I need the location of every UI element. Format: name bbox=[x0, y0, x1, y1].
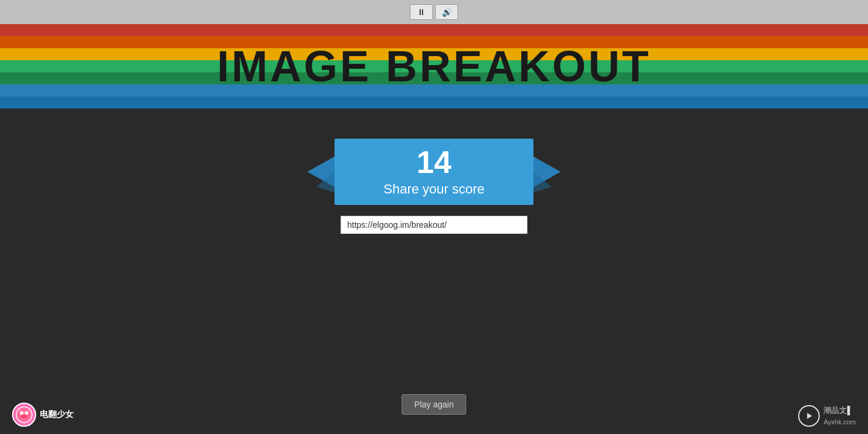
right-brand-text: 潮品文▌ Ayxhk.com bbox=[823, 404, 856, 427]
left-logo-text: 电翻少女 bbox=[40, 409, 74, 420]
right-brand: 潮品文▌ bbox=[823, 406, 852, 415]
play-icon bbox=[804, 411, 814, 421]
play-again-button[interactable]: Play again bbox=[401, 394, 466, 415]
toolbar: ⏸ 🔊 bbox=[0, 0, 868, 24]
svg-point-7 bbox=[21, 415, 27, 418]
url-input-container bbox=[341, 216, 527, 234]
game-title: IMAGE BREAKOUT bbox=[0, 24, 868, 108]
score-number: 14 bbox=[417, 146, 451, 178]
ribbon-container: 14 Share your score bbox=[307, 133, 561, 211]
right-site: Ayxhk.com bbox=[823, 418, 856, 426]
svg-point-6 bbox=[25, 411, 28, 415]
bottom-right-logo: 潮品文▌ Ayxhk.com bbox=[798, 404, 856, 427]
svg-marker-8 bbox=[807, 413, 812, 419]
logo-icon bbox=[12, 403, 36, 427]
share-url-input[interactable] bbox=[341, 216, 527, 234]
score-label: Share your score bbox=[383, 181, 485, 197]
play-circle-icon bbox=[798, 405, 820, 427]
bottom-left-logo: 电翻少女 bbox=[12, 403, 74, 427]
rainbow-header: IMAGE BREAKOUT bbox=[0, 24, 868, 108]
sound-button[interactable]: 🔊 bbox=[435, 4, 458, 20]
svg-point-5 bbox=[20, 411, 24, 415]
score-area: 14 Share your score bbox=[307, 133, 561, 234]
logo-svg bbox=[16, 406, 33, 423]
ribbon-center: 14 Share your score bbox=[335, 139, 533, 205]
pause-button[interactable]: ⏸ bbox=[410, 4, 433, 20]
